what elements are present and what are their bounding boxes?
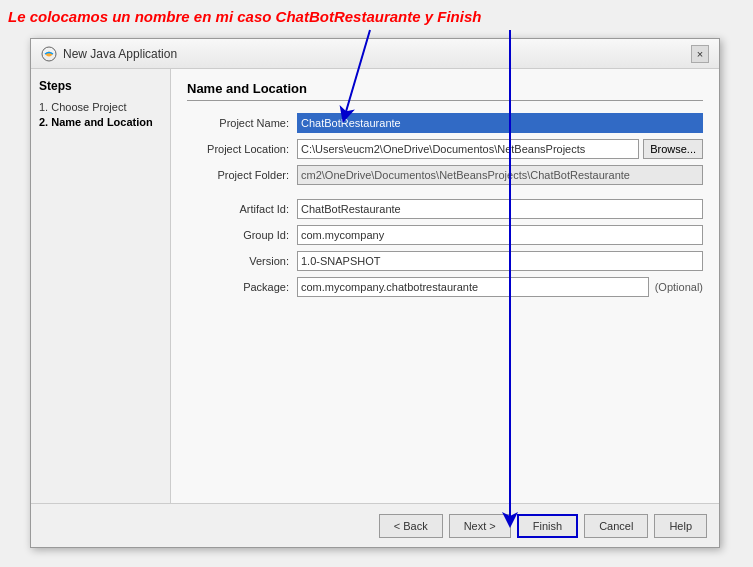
step-1-label: Choose Project — [51, 101, 126, 113]
optional-label: (Optional) — [655, 281, 703, 293]
project-location-row: Project Location: Browse... — [187, 139, 703, 159]
netbeans-icon — [41, 46, 57, 62]
step-1: 1. Choose Project — [39, 101, 162, 113]
artifact-id-input[interactable] — [297, 199, 703, 219]
group-id-label: Group Id: — [187, 229, 297, 241]
project-folder-row: Project Folder: — [187, 165, 703, 185]
project-name-input[interactable] — [297, 113, 703, 133]
dialog-title-left: New Java Application — [41, 46, 177, 62]
project-name-row: Project Name: — [187, 113, 703, 133]
step-2-label: Name and Location — [51, 116, 152, 128]
version-label: Version: — [187, 255, 297, 267]
back-button[interactable]: < Back — [379, 514, 443, 538]
package-row: Package: (Optional) — [187, 277, 703, 297]
annotation-text: Le colocamos un nombre en mi caso ChatBo… — [8, 8, 481, 25]
main-content: Name and Location Project Name: Project … — [171, 69, 719, 503]
browse-button[interactable]: Browse... — [643, 139, 703, 159]
package-input[interactable] — [297, 277, 649, 297]
finish-button[interactable]: Finish — [517, 514, 578, 538]
next-button[interactable]: Next > — [449, 514, 511, 538]
step-1-number: 1. — [39, 101, 48, 113]
project-name-label: Project Name: — [187, 117, 297, 129]
section-title: Name and Location — [187, 81, 703, 101]
close-button[interactable]: × — [691, 45, 709, 63]
project-location-label: Project Location: — [187, 143, 297, 155]
version-input[interactable] — [297, 251, 703, 271]
dialog: New Java Application × Steps 1. Choose P… — [30, 38, 720, 548]
cancel-button[interactable]: Cancel — [584, 514, 648, 538]
dialog-footer: < Back Next > Finish Cancel Help — [31, 503, 719, 547]
sidebar-title: Steps — [39, 79, 162, 93]
package-label: Package: — [187, 281, 297, 293]
version-row: Version: — [187, 251, 703, 271]
step-2: 2. Name and Location — [39, 116, 162, 128]
project-folder-label: Project Folder: — [187, 169, 297, 181]
dialog-body: Steps 1. Choose Project 2. Name and Loca… — [31, 69, 719, 503]
dialog-titlebar: New Java Application × — [31, 39, 719, 69]
project-location-input[interactable] — [297, 139, 639, 159]
artifact-id-row: Artifact Id: — [187, 199, 703, 219]
project-folder-input — [297, 165, 703, 185]
group-id-input[interactable] — [297, 225, 703, 245]
group-id-row: Group Id: — [187, 225, 703, 245]
help-button[interactable]: Help — [654, 514, 707, 538]
artifact-id-label: Artifact Id: — [187, 203, 297, 215]
sidebar: Steps 1. Choose Project 2. Name and Loca… — [31, 69, 171, 503]
dialog-title: New Java Application — [63, 47, 177, 61]
step-2-number: 2. — [39, 116, 48, 128]
